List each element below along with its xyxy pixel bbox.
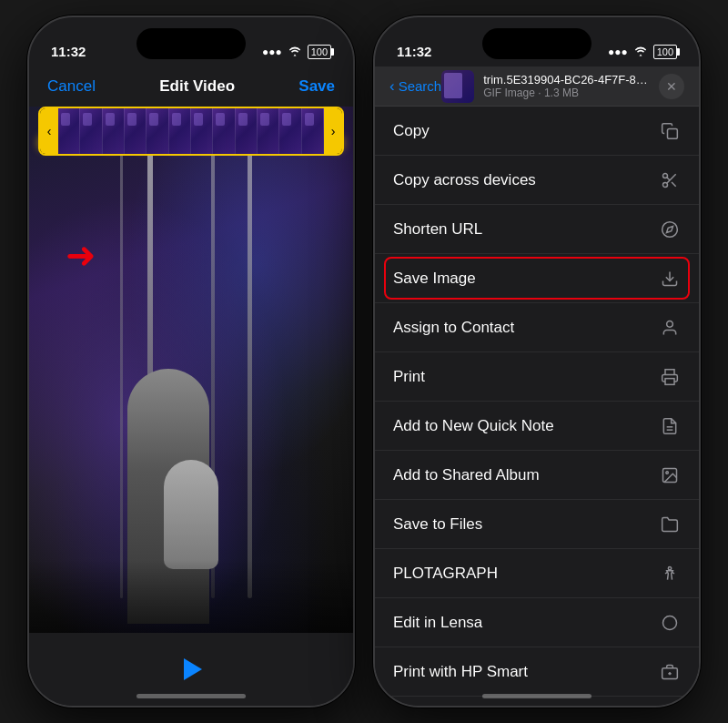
svg-point-16 (663, 616, 677, 629)
save-icon (659, 268, 681, 290)
menu-item-save-image[interactable]: Save Image (375, 254, 699, 303)
signal-icon-left: ●●● (262, 46, 282, 58)
svg-rect-10 (665, 378, 674, 384)
menu-item-copy-label: Copy (393, 122, 430, 140)
battery-icon-right: 100 (653, 45, 677, 59)
back-label[interactable]: Search (399, 78, 442, 94)
svg-rect-0 (668, 128, 678, 138)
svg-point-6 (662, 221, 678, 237)
menu-item-shorten-url[interactable]: Shorten URL (375, 205, 699, 254)
menu-item-quick-note[interactable]: Add to New Quick Note (375, 402, 699, 451)
menu-item-plotagraph[interactable]: PLOTAGRAPH (375, 549, 699, 598)
menu-item-print[interactable]: Print (375, 352, 699, 402)
compass-icon (659, 219, 681, 240)
nav-bar-left: Cancel Edit Video Save (29, 66, 353, 107)
person-icon (659, 317, 681, 339)
svg-point-15 (668, 566, 671, 569)
copy-icon (659, 120, 681, 142)
svg-point-9 (667, 321, 673, 327)
menu-item-hp-smart-label: Print with HP Smart (393, 663, 528, 681)
circle-icon (659, 612, 681, 634)
menu-item-assign-contact[interactable]: Assign to Contact (375, 303, 699, 352)
menu-item-assign-contact-label: Assign to Contact (393, 319, 514, 337)
signal-icon-right: ●●● (608, 46, 628, 58)
play-button[interactable] (175, 653, 207, 686)
svg-point-1 (663, 173, 668, 178)
dynamic-island (136, 28, 246, 59)
menu-item-lensa[interactable]: Edit in Lensa (375, 598, 699, 647)
print-icon (659, 366, 681, 388)
file-name: trim.5E319904-BC26-4F7F-88B... (483, 73, 652, 87)
file-thumbnail (441, 70, 474, 103)
svg-point-2 (663, 182, 668, 187)
save-button[interactable]: Save (298, 77, 335, 96)
menu-item-copy-across[interactable]: Copy across devices (375, 156, 699, 205)
menu-item-shared-album[interactable]: Add to Shared Album (375, 451, 699, 500)
note-icon (659, 415, 681, 437)
menu-item-copy-across-label: Copy across devices (393, 171, 536, 189)
right-phone: 11:32 ●●● 100 ‹ Search trim.5E319904-BC2… (373, 15, 701, 708)
scissors-icon (659, 169, 681, 191)
share-menu-list: Copy Copy across devices (375, 107, 699, 706)
menu-item-print-label: Print (393, 368, 425, 386)
trim-handle-left[interactable]: ‹ (40, 108, 58, 154)
menu-item-save-files[interactable]: Save to Files (375, 500, 699, 549)
folder-icon (659, 514, 681, 535)
home-indicator-left (136, 694, 246, 698)
wifi-icon-left (288, 46, 302, 59)
left-phone: 11:32 ●●● 100 Cancel Edit Video Save ‹ (27, 15, 355, 708)
svg-line-4 (672, 182, 676, 187)
menu-item-copy[interactable]: Copy (375, 107, 699, 156)
dynamic-island-right (482, 28, 592, 59)
time-right: 11:32 (397, 44, 431, 59)
wifi-icon-right (633, 46, 648, 59)
time-left: 11:32 (51, 44, 86, 59)
nav-bar-right: ‹ Search trim.5E319904-BC26-4F7F-88B... … (375, 66, 699, 107)
home-indicator-right (482, 694, 592, 698)
trim-handle-right[interactable]: › (324, 108, 342, 154)
cancel-button[interactable]: Cancel (47, 77, 96, 96)
page-title-left: Edit Video (159, 77, 235, 96)
status-icons-left: ●●● 100 (262, 45, 331, 59)
battery-icon-left: 100 (308, 45, 331, 59)
svg-marker-7 (666, 226, 672, 232)
figure-icon (659, 563, 681, 585)
menu-item-quick-note-label: Add to New Quick Note (393, 417, 554, 435)
back-arrow-icon[interactable]: ‹ (389, 77, 395, 96)
file-info: trim.5E319904-BC26-4F7F-88B... GIF Image… (483, 73, 652, 99)
svg-point-14 (666, 471, 669, 474)
menu-item-save-image-label: Save Image (393, 270, 476, 288)
menu-item-plotagraph-label: PLOTAGRAPH (393, 565, 498, 583)
video-area: ➜ (29, 107, 353, 633)
menu-item-hp-smart[interactable]: Print with HP Smart (375, 647, 699, 697)
hp-smart-icon (659, 661, 681, 683)
trim-thumbnails (58, 108, 324, 154)
close-button[interactable]: ✕ (659, 74, 684, 99)
red-arrow-indicator: ➜ (66, 234, 96, 276)
file-type: GIF Image · 1.3 MB (483, 87, 652, 99)
menu-item-shared-album-label: Add to Shared Album (393, 466, 540, 484)
trim-bar[interactable]: ‹ › (38, 107, 344, 156)
menu-item-shorten-url-label: Shorten URL (393, 220, 482, 239)
svg-line-5 (667, 177, 670, 179)
status-icons-right: ●●● 100 (608, 45, 677, 59)
album-icon (659, 464, 681, 486)
menu-item-lensa-label: Edit in Lensa (393, 614, 482, 632)
menu-item-save-files-label: Save to Files (393, 515, 482, 534)
